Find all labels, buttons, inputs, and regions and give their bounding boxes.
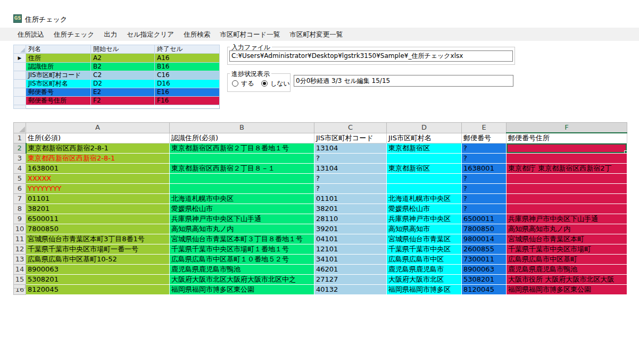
cell-F11[interactable]: 宮城県仙台市青葉区本町 (507, 234, 627, 244)
cell-D6[interactable] (387, 184, 462, 194)
cell-C12[interactable]: 12101 (314, 244, 387, 255)
cell-D15[interactable]: 大阪府大阪市北区 (387, 275, 462, 285)
menu-item-3[interactable]: 出力 (99, 28, 122, 41)
config-end-cell[interactable]: E16 (155, 88, 220, 97)
cell-A6[interactable]: YYYYYYYY (26, 184, 170, 194)
cell-C2[interactable]: 13104 (314, 143, 387, 154)
row-header-8[interactable]: 8 (14, 204, 26, 214)
cell-C4[interactable]: 13104 (314, 164, 387, 174)
cell-D8[interactable]: 愛媛県松山市 (387, 204, 462, 214)
config-column-name-cell[interactable]: JIS市区町村名 (26, 80, 91, 88)
cell-B1[interactable]: 認識住所(必須) (170, 133, 314, 143)
column-header-C[interactable]: C (314, 123, 387, 133)
cell-F14[interactable]: 鹿児島県鹿児島市鴨池 (507, 265, 627, 275)
cell-D4[interactable]: 東京都新宿区 (387, 164, 462, 174)
cell-C10[interactable]: 39201 (314, 224, 387, 234)
cell-B15[interactable]: 大阪府大阪市北区大阪府大阪市北区中之 (170, 275, 314, 285)
cell-B4[interactable]: 東京都新宿区西新宿２丁目８－１ (170, 164, 314, 174)
config-start-cell[interactable]: A2 (91, 54, 155, 63)
row-header-5[interactable]: 5 (14, 174, 26, 184)
cell-E14[interactable]: 8900063 (462, 265, 507, 275)
row-header-15[interactable]: 15 (14, 275, 26, 285)
cell-B8[interactable]: 愛媛県松山市 (170, 204, 314, 214)
menu-item-4[interactable]: セル指定クリア (122, 28, 179, 41)
cell-C9[interactable]: 28110 (314, 214, 387, 224)
row-header-3[interactable]: 3 (14, 154, 26, 164)
cell-A11[interactable]: 宮城県仙台市青葉区本町3丁目8番1号 (26, 234, 170, 244)
menu-item-6[interactable]: 市区町村コード一覧 (215, 28, 285, 41)
row-header-4[interactable]: 4 (14, 164, 26, 174)
cell-F15[interactable]: 大阪市役所 大阪府大阪市北区大阪 (507, 275, 627, 285)
cell-B2[interactable]: 東京都新宿区西新宿２丁目８番地１号 (170, 143, 314, 154)
config-row-selector[interactable] (14, 71, 26, 80)
cell-B11[interactable]: 宮城県仙台市青葉区本町３丁目８番地１号 (170, 234, 314, 244)
cell-E12[interactable]: 2600855 (462, 244, 507, 255)
row-header-10[interactable]: 10 (14, 224, 26, 234)
cell-D11[interactable]: 宮城県仙台市青葉区 (387, 234, 462, 244)
cell-D10[interactable]: 高知県高知市 (387, 224, 462, 234)
cell-C6[interactable]: ? (314, 184, 387, 194)
config-column-name-cell[interactable]: 認識住所 (26, 63, 91, 71)
config-row-selector[interactable] (14, 80, 26, 88)
cell-A15[interactable]: 5308201 (26, 275, 170, 285)
cell-E1[interactable]: 郵便番号 (462, 133, 507, 143)
cell-F5[interactable] (507, 174, 627, 184)
cell-F9[interactable]: 兵庫県神戸市中央区下山手通 (507, 214, 627, 224)
cell-E5[interactable]: ? (462, 174, 507, 184)
cell-E3[interactable]: ? (462, 154, 507, 164)
config-column-name-cell[interactable]: 住所 (26, 54, 91, 63)
select-all-corner[interactable] (14, 123, 26, 133)
cell-E7[interactable]: ? (462, 194, 507, 204)
column-header-A[interactable]: A (26, 123, 170, 133)
menu-item-2[interactable]: 住所チェック (49, 28, 99, 41)
config-row-selector[interactable] (14, 97, 26, 105)
cell-C16[interactable]: 40132 (314, 285, 387, 295)
cell-C7[interactable]: 01101 (314, 194, 387, 204)
input-file-field[interactable]: C:¥Users¥Administrator¥Desktop¥lgstrk315… (229, 50, 513, 62)
cell-D2[interactable]: 東京都新宿区 (387, 143, 462, 154)
cell-A16[interactable]: 8120045 (26, 285, 170, 295)
row-header-13[interactable]: 13 (14, 255, 26, 265)
cell-C15[interactable]: 27127 (314, 275, 387, 285)
cell-C14[interactable]: 46201 (314, 265, 387, 275)
cell-A1[interactable]: 住所(必須) (26, 133, 170, 143)
column-header-E[interactable]: E (462, 123, 507, 133)
cell-D5[interactable] (387, 174, 462, 184)
cell-D3[interactable] (387, 154, 462, 164)
row-header-11[interactable]: 11 (14, 234, 26, 244)
cell-F8[interactable] (507, 204, 627, 214)
cell-E10[interactable]: 7800850 (462, 224, 507, 234)
cell-D16[interactable]: 福岡県福岡市博多区 (387, 285, 462, 295)
cell-B6[interactable] (170, 184, 314, 194)
cell-C11[interactable]: 04101 (314, 234, 387, 244)
cell-F13[interactable]: 広島県広島市中区基町 (507, 255, 627, 265)
cell-C8[interactable]: 38201 (314, 204, 387, 214)
config-row-selector[interactable] (14, 63, 26, 71)
cell-B7[interactable]: 北海道札幌市中央区 (170, 194, 314, 204)
row-header-12[interactable]: 12 (14, 244, 26, 255)
cell-D9[interactable]: 兵庫県神戸市中央区 (387, 214, 462, 224)
cell-E9[interactable]: 6500011 (462, 214, 507, 224)
cell-A7[interactable]: 01101 (26, 194, 170, 204)
cell-C1[interactable]: JIS市区町村コード (314, 133, 387, 143)
menu-item-1[interactable]: 住所読込 (13, 28, 49, 41)
config-end-cell[interactable]: C16 (155, 71, 220, 80)
cell-F6[interactable] (507, 184, 627, 194)
cell-A3[interactable]: 東京都西新宿区西新宿2-8-1 (26, 154, 170, 164)
cell-D1[interactable]: JIS市区町村名 (387, 133, 462, 143)
cell-C3[interactable]: ? (314, 154, 387, 164)
progress-radio-1[interactable]: する (232, 80, 254, 87)
cell-D14[interactable]: 鹿児島県鹿児島市 (387, 265, 462, 275)
cell-B5[interactable] (170, 174, 314, 184)
row-header-14[interactable]: 14 (14, 265, 26, 275)
cell-E11[interactable]: 9800014 (462, 234, 507, 244)
cell-E13[interactable]: 7300011 (462, 255, 507, 265)
cell-F12[interactable]: 千葉県千葉市中央区市場町 (507, 244, 627, 255)
cell-A14[interactable]: 8900063 (26, 265, 170, 275)
cell-A10[interactable]: 7800850 (26, 224, 170, 234)
config-row-selector[interactable] (14, 88, 26, 97)
config-start-cell[interactable]: D2 (91, 80, 155, 88)
row-header-2[interactable]: 2 (14, 143, 26, 154)
cell-A5[interactable]: XXXXX (26, 174, 170, 184)
cell-B10[interactable]: 高知県高知市丸ノ内 (170, 224, 314, 234)
